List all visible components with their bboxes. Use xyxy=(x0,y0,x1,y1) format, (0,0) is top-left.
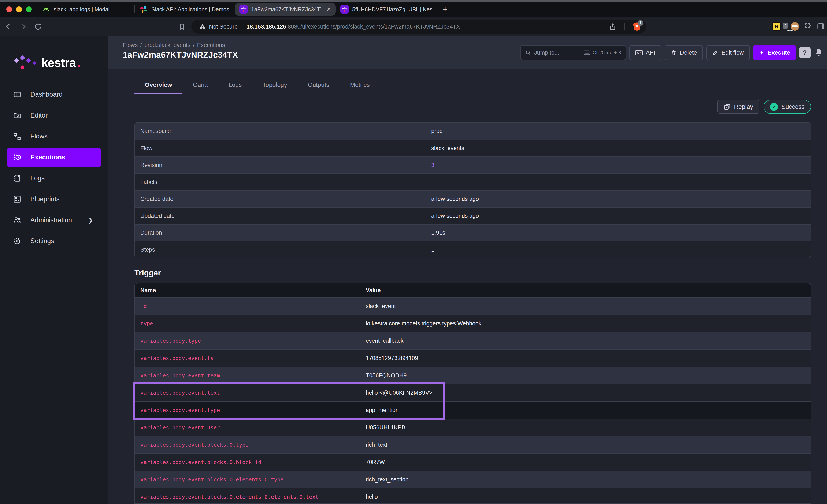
browser-tabstrip: slack_app logs | Modal Slack API: Applic… xyxy=(0,2,827,17)
sidebar-item-label: Executions xyxy=(31,153,65,161)
detail-value: 1.91s xyxy=(431,230,811,236)
breadcrumb-namespace[interactable]: prod.slack_events xyxy=(144,42,191,48)
chevron-right-icon: ❯ xyxy=(88,217,93,224)
sidebar-item-blueprints[interactable]: Blueprints xyxy=(7,190,101,209)
breadcrumb-separator: / xyxy=(193,42,195,48)
executions-icon xyxy=(13,153,21,161)
breadcrumb-executions[interactable]: Executions xyxy=(197,42,225,48)
main-panel: Flows / prod.slack_events / Executions 1… xyxy=(108,36,827,504)
table-row: variables.body.event.blocks.0.type rich_… xyxy=(135,436,811,453)
browser-tab-active-execution[interactable]: 1aFw2ma67KTJvNRZJc34TX ✕ xyxy=(235,3,336,16)
folder-edit-icon xyxy=(13,111,21,119)
new-tab-button[interactable]: + xyxy=(443,5,447,14)
trigger-key: variables.body.event.type xyxy=(135,407,366,413)
sidebar-item-flows[interactable]: Flows xyxy=(7,127,101,146)
kestra-logo[interactable]: kestra. xyxy=(12,53,108,72)
share-icon[interactable] xyxy=(609,23,616,30)
administration-icon xyxy=(13,216,21,224)
help-button[interactable]: ? xyxy=(799,47,811,58)
trigger-value: T056FQNQDH9 xyxy=(366,372,811,379)
bell-icon[interactable] xyxy=(814,48,824,57)
bookmark-icon[interactable] xyxy=(178,23,186,31)
kestra-wordmark: kestra xyxy=(41,55,76,69)
trigger-key: variables.body.event.blocks.0.elements.0… xyxy=(135,476,366,483)
extensions-puzzle-icon[interactable] xyxy=(804,22,812,31)
reader-extension-icon[interactable]: R xyxy=(772,22,781,31)
delete-button[interactable]: Delete xyxy=(665,45,703,60)
execution-details-rows: Namespace prod Flow slack_events Revisio… xyxy=(135,122,811,258)
column-value: Value xyxy=(366,287,811,294)
tab-logs[interactable]: Logs xyxy=(218,75,252,94)
table-row: Steps 1 xyxy=(135,241,811,258)
table-row: Created date a few seconds ago xyxy=(135,190,811,207)
avatar-glasses xyxy=(792,25,798,27)
execute-button[interactable]: Execute xyxy=(753,45,796,60)
detail-label: Created date xyxy=(135,196,431,202)
screen: slack_app logs | Modal Slack API: Applic… xyxy=(0,0,827,504)
back-icon[interactable] xyxy=(4,22,13,31)
trigger-table-rows: id slack_event type io.kestra.core.model… xyxy=(135,297,811,504)
sidebar-item-dashboard[interactable]: Dashboard xyxy=(7,85,101,104)
kestra-favicon xyxy=(340,5,349,13)
kestra-wordmark-dot: . xyxy=(78,55,81,69)
trigger-heading: Trigger xyxy=(135,268,827,278)
sidebar-item-label: Administration xyxy=(31,216,72,224)
window-top-edge xyxy=(0,0,827,2)
sidebar-item-logs[interactable]: Logs xyxy=(7,168,101,188)
api-button[interactable]: API API xyxy=(629,45,661,60)
browser-tab-modal[interactable]: slack_app logs | Modal xyxy=(37,3,135,16)
modal-icon xyxy=(42,5,50,13)
trigger-value: rich_text xyxy=(366,442,811,448)
brave-shield-button[interactable]: 1 xyxy=(633,22,641,31)
address-bar[interactable]: Not Secure 18.153.185.126 :8080/ui/execu… xyxy=(191,20,646,34)
detail-label: Steps xyxy=(135,247,431,253)
sidebar-toggle-icon[interactable] xyxy=(817,22,825,31)
detail-value[interactable]: 3 xyxy=(431,162,811,168)
trigger-value: U056UHL1KPB xyxy=(366,424,811,431)
sidebar-item-label: Blueprints xyxy=(31,195,60,203)
minimize-window-button[interactable] xyxy=(16,6,22,12)
tab-topology[interactable]: Topology xyxy=(252,75,297,94)
browser-tab-slack-api[interactable]: Slack API: Applications | Demos S xyxy=(135,3,235,16)
sidebar-item-label: Dashboard xyxy=(31,91,62,98)
browser-tabs: slack_app logs | Modal Slack API: Applic… xyxy=(37,2,447,17)
api-icon: API xyxy=(635,50,643,55)
close-window-button[interactable] xyxy=(6,6,12,12)
reload-icon[interactable] xyxy=(34,22,42,31)
dashboard-icon xyxy=(13,91,21,99)
sidebar-item-administration[interactable]: Administration ❯ xyxy=(7,210,101,230)
trigger-key: variables.body.event.blocks.0.block_id xyxy=(135,459,366,465)
tab-gantt[interactable]: Gantt xyxy=(183,75,218,94)
column-name: Name xyxy=(135,287,366,294)
jump-to-search[interactable]: Jump to... Ctrl/Cmd + K xyxy=(520,45,626,60)
close-tab-icon[interactable]: ✕ xyxy=(324,6,331,13)
slack-icon xyxy=(140,5,148,13)
tab-metrics[interactable]: Metrics xyxy=(340,75,380,94)
execution-tabs: Overview Gantt Logs Topology Outputs Met… xyxy=(135,76,811,94)
forward-icon[interactable] xyxy=(19,22,28,31)
status-badge[interactable]: Success xyxy=(764,100,811,114)
trigger-value: app_mention xyxy=(366,407,811,413)
tab-overview[interactable]: Overview xyxy=(135,75,183,94)
replay-button[interactable]: Replay xyxy=(718,100,759,114)
keyboard-icon xyxy=(584,50,590,55)
tab-outputs[interactable]: Outputs xyxy=(297,75,340,94)
sidebar-item-executions[interactable]: Executions xyxy=(7,148,101,167)
kestra-favicon xyxy=(239,5,248,13)
tab-separator xyxy=(437,5,437,13)
sidebar-item-editor[interactable]: Editor xyxy=(7,106,101,125)
search-icon xyxy=(525,49,531,56)
browser-tab-kestra-flow[interactable]: 5fUH6HDVF71iazoZq1UBij | Kestra xyxy=(336,3,437,16)
detail-value: 1 xyxy=(431,247,811,253)
profile-avatar[interactable] xyxy=(791,22,799,31)
sidebar-item-settings[interactable]: Settings xyxy=(7,231,101,251)
jump-shortcut: Ctrl/Cmd + K xyxy=(584,50,622,56)
maximize-window-button[interactable] xyxy=(26,6,32,12)
detail-value: slack_events xyxy=(431,145,811,152)
table-row: variables.body.event.team T056FQNQDH9 xyxy=(135,366,811,384)
trigger-value: hello xyxy=(366,494,811,500)
detail-value: prod xyxy=(431,128,811,135)
breadcrumb-flows[interactable]: Flows xyxy=(123,42,138,48)
warning-icon[interactable] xyxy=(199,23,206,30)
edit-flow-button[interactable]: Edit flow xyxy=(706,45,750,60)
